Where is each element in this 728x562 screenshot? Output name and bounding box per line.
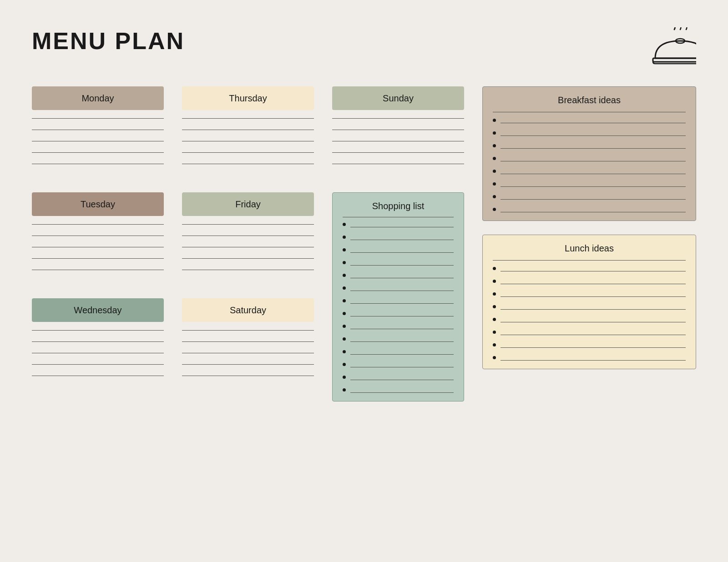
monday-header: Monday	[32, 86, 164, 110]
friday-label: Friday	[235, 199, 261, 210]
line	[332, 164, 464, 164]
line	[32, 341, 164, 342]
wednesday-label: Wednesday	[74, 305, 121, 316]
shopping-item	[343, 248, 454, 253]
item-line	[350, 341, 454, 342]
bullet	[343, 350, 346, 353]
shopping-item	[343, 261, 454, 266]
breakfast-item	[493, 182, 686, 187]
thursday-label: Thursday	[229, 93, 267, 104]
right-column: Breakfast ideas Lunch ideas	[482, 86, 696, 401]
item-line	[350, 252, 454, 253]
bullet	[493, 280, 496, 283]
bullet	[343, 261, 346, 264]
item-line	[350, 303, 454, 304]
monday-lines	[32, 118, 164, 164]
shopping-item	[343, 337, 454, 342]
bullet	[493, 119, 496, 122]
bullet	[493, 144, 496, 147]
breakfast-item	[493, 131, 686, 136]
wednesday-lines	[32, 330, 164, 376]
item-line	[500, 271, 686, 271]
line	[32, 247, 164, 247]
line	[32, 353, 164, 353]
shopping-list	[343, 223, 454, 393]
bullet	[343, 325, 346, 328]
item-line	[500, 212, 686, 212]
item-line	[500, 322, 686, 322]
item-line	[350, 392, 454, 393]
line	[332, 141, 464, 141]
shopping-title: Shopping list	[343, 201, 454, 211]
bullet	[493, 170, 496, 173]
sunday-lines	[332, 118, 464, 164]
lunch-item	[493, 331, 686, 335]
col-mid: Thursday Friday	[182, 86, 314, 401]
item-line	[350, 354, 454, 355]
bullet	[343, 388, 346, 391]
saturday-section: Saturday	[182, 298, 314, 390]
line	[32, 118, 164, 119]
line	[182, 164, 314, 164]
wednesday-section: Wednesday	[32, 298, 164, 390]
item-line	[500, 135, 686, 136]
shopping-item	[343, 363, 454, 367]
bullet	[343, 376, 346, 379]
friday-section: Friday	[182, 192, 314, 284]
lunch-item	[493, 305, 686, 310]
shopping-list-box: Shopping list	[332, 192, 464, 401]
shopping-divider	[343, 217, 454, 217]
item-line	[500, 309, 686, 310]
line	[32, 152, 164, 153]
bullet	[493, 157, 496, 160]
line	[332, 152, 464, 153]
lunch-item	[493, 267, 686, 271]
shopping-item	[343, 350, 454, 355]
tuesday-header: Tuesday	[32, 192, 164, 216]
lunch-item	[493, 292, 686, 297]
line	[32, 376, 164, 376]
tuesday-section: Tuesday	[32, 192, 164, 284]
bullet	[343, 299, 346, 302]
item-line	[500, 347, 686, 348]
bullet	[343, 274, 346, 277]
lunch-item	[493, 280, 686, 284]
item-line	[500, 296, 686, 297]
monday-label: Monday	[81, 93, 114, 104]
sunday-section: Sunday	[332, 86, 464, 178]
item-line	[500, 199, 686, 200]
line	[182, 330, 314, 331]
line	[182, 364, 314, 365]
page: MENU PLAN Monday	[0, 0, 728, 562]
breakfast-item	[493, 170, 686, 174]
item-line	[500, 360, 686, 361]
lunch-list	[493, 267, 686, 361]
bullet	[343, 248, 346, 251]
shopping-item	[343, 236, 454, 240]
line	[32, 130, 164, 130]
breakfast-item	[493, 195, 686, 200]
bullet	[493, 182, 496, 186]
item-line	[500, 161, 686, 161]
shopping-item	[343, 299, 454, 304]
line	[182, 236, 314, 236]
lunch-item	[493, 356, 686, 361]
sunday-header: Sunday	[332, 86, 464, 110]
line	[182, 247, 314, 247]
item-line	[500, 174, 686, 174]
saturday-label: Saturday	[230, 305, 266, 316]
svg-rect-0	[653, 58, 696, 62]
line	[182, 118, 314, 119]
line	[32, 236, 164, 236]
line	[182, 353, 314, 353]
shopping-item	[343, 388, 454, 393]
bullet	[493, 331, 496, 334]
shopping-item	[343, 223, 454, 227]
friday-header: Friday	[182, 192, 314, 216]
line	[32, 270, 164, 270]
line	[182, 152, 314, 153]
main-layout: Monday Tuesday	[32, 86, 696, 401]
item-line	[350, 265, 454, 266]
sunday-label: Sunday	[383, 93, 414, 104]
item-line	[500, 123, 686, 123]
